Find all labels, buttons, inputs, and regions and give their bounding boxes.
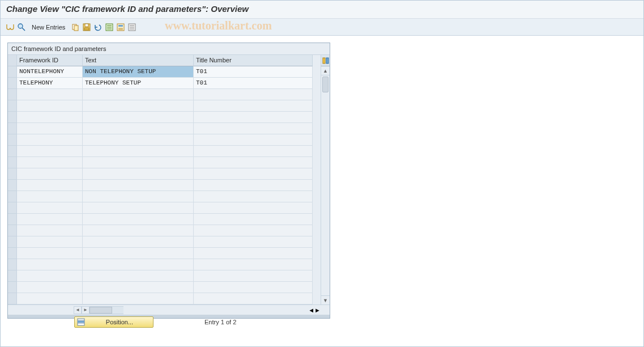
- cell-title-number[interactable]: T01: [194, 66, 313, 78]
- cell-text: [83, 236, 194, 248]
- scroll-thumb[interactable]: [322, 77, 329, 92]
- cell-text: [83, 270, 194, 282]
- cell-title-number: [194, 259, 313, 270]
- row-selector[interactable]: [8, 146, 17, 157]
- row-selector[interactable]: [8, 123, 17, 134]
- table-body: Framework ID Text Title Number NONTELEPH…: [17, 55, 321, 304]
- row-selector[interactable]: [8, 248, 17, 259]
- row-selector[interactable]: [8, 191, 17, 202]
- cell-text: [83, 202, 194, 214]
- cell-text: [83, 100, 194, 112]
- copy-as-icon[interactable]: [70, 22, 80, 32]
- cell-text: [83, 168, 194, 180]
- svg-rect-12: [326, 58, 329, 64]
- scroll-down-icon[interactable]: ▼: [321, 295, 330, 304]
- cell-framework-id: [17, 191, 83, 202]
- cell-title-number: [194, 225, 313, 236]
- cell-framework-id: [17, 270, 83, 282]
- select-all-icon[interactable]: [104, 22, 114, 32]
- col-title-number[interactable]: Title Number: [194, 55, 313, 66]
- row-selector[interactable]: [8, 168, 17, 180]
- table-row: [17, 146, 321, 157]
- row-selector[interactable]: [8, 89, 17, 100]
- horizontal-scrollbar-right[interactable]: ◄ ►: [308, 307, 321, 314]
- table-row: [17, 168, 321, 180]
- glasses-other-view-icon[interactable]: [5, 22, 15, 32]
- cell-text: [83, 214, 194, 225]
- page-title: Change View "CIC framework ID and parame…: [1, 1, 643, 19]
- table-row[interactable]: NONTELEPHONYNON TELEPHONY SETUPT01: [17, 66, 321, 78]
- configure-table-icon[interactable]: [321, 55, 330, 66]
- cell-text: [83, 180, 194, 191]
- row-selector[interactable]: [8, 134, 17, 146]
- cell-framework-id: [17, 282, 83, 293]
- row-selector[interactable]: [8, 66, 17, 78]
- row-selector[interactable]: [8, 270, 17, 282]
- row-selector[interactable]: [8, 225, 17, 236]
- row-selector-column: [8, 55, 17, 304]
- undo-change-icon[interactable]: [93, 22, 103, 32]
- cell-title-number[interactable]: T01: [194, 78, 313, 89]
- row-selector[interactable]: [8, 112, 17, 123]
- cell-text: [83, 191, 194, 202]
- cell-text: [83, 134, 194, 146]
- select-block-icon[interactable]: [116, 22, 126, 32]
- table-container: CIC framework ID and parameters Framewor…: [7, 43, 330, 319]
- app-toolbar: New Entries: [1, 19, 643, 36]
- cell-framework-id[interactable]: NONTELEPHONY: [17, 66, 83, 78]
- cell-framework-id[interactable]: TELEPHONY: [17, 78, 83, 89]
- cell-title-number: [194, 123, 313, 134]
- save-icon[interactable]: [82, 22, 92, 32]
- cell-title-number: [194, 202, 313, 214]
- row-selector[interactable]: [8, 202, 17, 214]
- row-selector[interactable]: [8, 100, 17, 112]
- cell-framework-id: [17, 248, 83, 259]
- cell-text: [83, 157, 194, 168]
- vertical-scrollbar[interactable]: ▲ ▼: [321, 66, 330, 304]
- col-framework-id[interactable]: Framework ID: [17, 55, 83, 66]
- svg-point-0: [18, 24, 23, 28]
- deselect-all-icon[interactable]: [127, 22, 137, 32]
- new-entries-button[interactable]: New Entries: [28, 22, 69, 32]
- row-selector[interactable]: [8, 236, 17, 248]
- cell-framework-id: [17, 180, 83, 191]
- row-selector[interactable]: [8, 214, 17, 225]
- horizontal-scrollbar-left[interactable]: ◄ ►: [74, 306, 123, 314]
- scroll-up-icon[interactable]: ▲: [321, 66, 330, 75]
- cell-text: [83, 112, 194, 123]
- cell-text: [83, 146, 194, 157]
- cell-text: [83, 123, 194, 134]
- table-row: [17, 157, 321, 168]
- hscroll-right2-icon[interactable]: ►: [314, 307, 321, 314]
- row-selector[interactable]: [8, 180, 17, 191]
- table-row[interactable]: TELEPHONYTELEPHONY SETUPT01: [17, 78, 321, 89]
- row-selector[interactable]: [8, 259, 17, 270]
- col-text[interactable]: Text: [83, 55, 194, 66]
- cell-text: [83, 282, 194, 293]
- table-row: [17, 123, 321, 134]
- row-selector[interactable]: [8, 282, 17, 293]
- table-row: [17, 134, 321, 146]
- position-label: Position...: [88, 319, 151, 325]
- hscroll-track[interactable]: [89, 306, 123, 314]
- hscroll-left-icon[interactable]: ◄: [74, 306, 82, 314]
- svg-rect-3: [74, 26, 78, 31]
- table-row: [17, 112, 321, 123]
- svg-line-1: [22, 28, 25, 31]
- hscroll-left2-icon[interactable]: ◄: [308, 307, 314, 314]
- table-row: [17, 89, 321, 100]
- table-caption: CIC framework ID and parameters: [8, 43, 330, 55]
- cell-title-number: [194, 191, 313, 202]
- row-selector[interactable]: [8, 78, 17, 89]
- row-selector[interactable]: [8, 293, 17, 304]
- hscroll-right-icon[interactable]: ►: [82, 306, 89, 314]
- cell-text: [83, 259, 194, 270]
- cell-text[interactable]: TELEPHONY SETUP: [83, 78, 194, 89]
- cell-framework-id: [17, 134, 83, 146]
- find-icon[interactable]: [16, 22, 27, 32]
- row-selector[interactable]: [8, 157, 17, 168]
- position-button[interactable]: Position...: [74, 316, 153, 328]
- cell-text[interactable]: NON TELEPHONY SETUP: [83, 66, 194, 78]
- cell-title-number: [194, 282, 313, 293]
- table-row: [17, 100, 321, 112]
